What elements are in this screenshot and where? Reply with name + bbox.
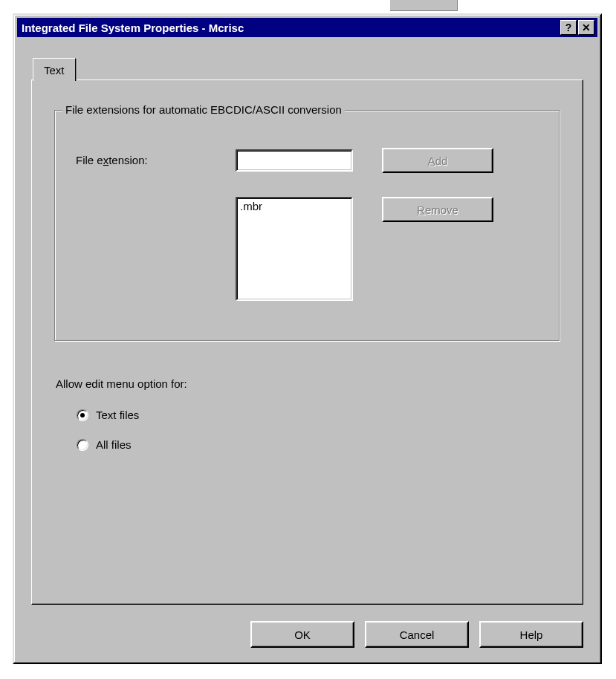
radio-icon [77,409,88,421]
ok-button[interactable]: OK [250,621,354,648]
file-extension-label: File extension: [76,154,148,166]
properties-dialog: Integrated File System Properties - Mcri… [13,13,602,664]
radio-label: All files [96,438,132,451]
tab-text[interactable]: Text [33,58,76,81]
close-button[interactable]: ✕ [578,20,594,35]
file-extension-input[interactable] [236,149,353,172]
tab-label: Text [44,64,65,77]
add-button[interactable]: Add [382,148,493,173]
tab-panel: File extensions for automatic EBCDIC/ASC… [31,79,583,605]
background-window-fragment [390,0,458,11]
titlebar: Integrated File System Properties - Mcri… [17,18,597,37]
remove-button[interactable]: Remove [382,197,493,222]
window-title: Integrated File System Properties - Mcri… [22,22,559,34]
extensions-groupbox: File extensions for automatic EBCDIC/ASC… [54,110,560,342]
radio-icon [77,439,88,451]
radio-label: Text files [96,409,139,421]
list-item[interactable]: .mbr [240,200,348,212]
help-icon: ? [565,22,572,33]
groupbox-legend: File extensions for automatic EBCDIC/ASC… [62,103,345,116]
radio-dot-icon [80,413,85,418]
dialog-button-row: OK Cancel Help [250,621,583,648]
help-button[interactable]: ? [560,20,577,35]
radio-text-files[interactable]: Text files [77,409,139,421]
radio-all-files[interactable]: All files [77,438,132,451]
help-button-bottom[interactable]: Help [479,621,583,648]
cancel-button[interactable]: Cancel [365,621,469,648]
close-icon: ✕ [582,22,591,33]
extensions-listbox[interactable]: .mbr [236,197,353,301]
allow-edit-label: Allow edit menu option for: [56,377,187,390]
tab-container: Text File extensions for automatic EBCDI… [31,58,583,605]
